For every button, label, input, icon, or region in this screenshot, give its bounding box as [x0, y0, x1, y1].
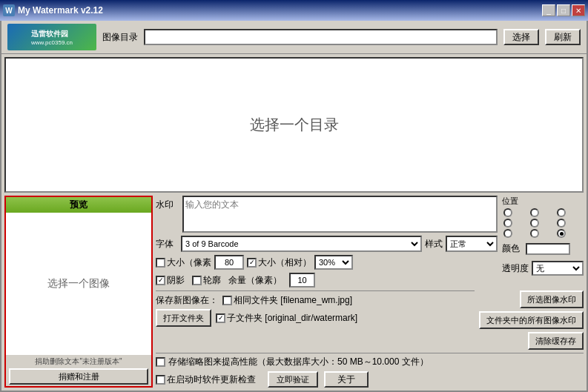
save-section: 保存新图像在： 相同文件夹 [filename_wm.jpg] 打开文件夹	[156, 290, 475, 327]
maximize-button[interactable]: □	[557, 4, 570, 16]
app-icon: W	[3, 4, 15, 16]
action-buttons: 所选图像水印 文件夹中的所有图像水印 清除缓存存	[479, 290, 584, 350]
save-left: 保存新图像在： 相同文件夹 [filename_wm.jpg] 打开文件夹	[156, 290, 475, 327]
font-row: 字体 3 of 9 Barcode 样式 正常	[156, 236, 498, 252]
pos-radio-1-1[interactable]	[530, 219, 539, 227]
rel-size-checkbox[interactable]	[247, 258, 257, 268]
position-label: 位置	[502, 196, 518, 205]
save-row-top: 保存新图像在： 相同文件夹 [filename_wm.jpg]	[156, 294, 475, 307]
pos-radio-2-0[interactable]	[503, 229, 512, 238]
save-row-bottom: 打开文件夹 子文件夹 [original_dir/watermark]	[156, 309, 475, 327]
select-button[interactable]: 选择	[503, 29, 539, 45]
settings-and-position: 水印 字体 3 of 9 Barcode 样式 正常	[156, 196, 584, 288]
content-area: 选择一个目录 预览 选择一个图像 捐助删除文本"未注册版本" 捐赠和注册	[1, 54, 587, 391]
clear-cache-button[interactable]: 清除缓存存	[528, 332, 584, 350]
preview-footer: 捐助删除文本"未注册版本" 捐赠和注册	[6, 355, 151, 386]
subfolder-checkbox[interactable]	[216, 313, 225, 323]
refresh-button[interactable]: 刷新	[545, 29, 581, 45]
preview-content: 选择一个图像	[6, 213, 151, 355]
position-grid	[502, 207, 584, 239]
watermark-row: 水印	[156, 196, 498, 233]
shadow-checkbox[interactable]	[156, 276, 165, 285]
minimize-button[interactable]: _	[542, 4, 555, 16]
trans-select[interactable]: 无	[532, 261, 584, 276]
validate-button[interactable]: 立即验证	[268, 371, 318, 388]
same-folder-checkbox[interactable]	[222, 296, 232, 305]
cache-label: 存储缩略图来提高性能（最大数据库大小：50 MB～10.000 文件）	[168, 356, 429, 368]
logo: 迅雷软件园 www.pc0359.cn	[7, 24, 96, 50]
pos-radio-0-1[interactable]	[530, 208, 539, 217]
pos-radio-1-0[interactable]	[503, 219, 512, 227]
preview-footer-text: 捐助删除文本"未注册版本"	[9, 356, 148, 367]
rel-size-select[interactable]: 30%	[314, 255, 353, 270]
bottom-options: 存储缩略图来提高性能（最大数据库大小：50 MB～10.000 文件） 在启动时…	[156, 353, 584, 388]
bottom-section: 预览 选择一个图像 捐助删除文本"未注册版本" 捐赠和注册 水印	[4, 196, 584, 388]
preview-header: 预览	[6, 197, 151, 213]
cache-option-row: 存储缩略图来提高性能（最大数据库大小：50 MB～10.000 文件）	[156, 356, 584, 368]
color-box[interactable]	[526, 243, 570, 255]
px-size-label: 大小（像素	[167, 256, 211, 269]
font-label: 字体	[156, 238, 178, 250]
preview-text: 选择一个图像	[47, 277, 110, 290]
select-dir-text: 选择一个目录	[250, 115, 339, 135]
shadow-row: 阴影 轮廓 余量（像素）	[156, 273, 498, 288]
cache-checkbox[interactable]	[156, 357, 165, 367]
pos-radio-0-2[interactable]	[557, 208, 566, 217]
main-window: 迅雷软件园 www.pc0359.cn 图像目录 选择 刷新 选择一个目录 预览…	[0, 21, 588, 392]
preview-panel: 预览 选择一个图像 捐助删除文本"未注册版本" 捐赠和注册	[4, 196, 153, 388]
save-label: 保存新图像在：	[156, 294, 218, 307]
close-button[interactable]: ✕	[572, 4, 585, 16]
update-checkbox[interactable]	[156, 375, 165, 385]
window-controls: _ □ ✕	[542, 4, 585, 16]
px-size-checkbox[interactable]	[156, 258, 165, 268]
logo-line2: www.pc0359.cn	[31, 39, 73, 46]
save-and-buttons: 保存新图像在： 相同文件夹 [filename_wm.jpg] 打开文件夹	[156, 290, 584, 350]
pos-radio-2-1[interactable]	[530, 229, 539, 238]
top-bar: 迅雷软件园 www.pc0359.cn 图像目录 选择 刷新	[1, 21, 587, 54]
contour-label: 轮廓	[203, 274, 221, 287]
all-watermark-button[interactable]: 文件夹中的所有图像水印	[479, 311, 584, 329]
pos-radio-1-2[interactable]	[557, 219, 566, 227]
selected-watermark-button[interactable]: 所选图像水印	[520, 290, 584, 308]
dir-label: 图像目录	[102, 31, 138, 44]
remain-label: 余量（像素）	[228, 274, 282, 287]
settings-left: 水印 字体 3 of 9 Barcode 样式 正常	[156, 196, 498, 288]
logo-line1: 迅雷软件园	[31, 29, 73, 39]
transparency-row: 透明度 无	[502, 261, 584, 276]
style-label: 样式	[425, 238, 443, 250]
position-section: 位置	[502, 196, 584, 239]
title-bar: W My Watermark v2.12 _ □ ✕	[0, 0, 588, 21]
contour-checkbox[interactable]	[192, 276, 202, 285]
dir-input[interactable]	[144, 29, 498, 45]
donate-button[interactable]: 捐赠和注册	[9, 368, 148, 385]
settings-right: 位置	[502, 196, 584, 288]
style-select[interactable]: 正常	[446, 236, 498, 252]
pos-radio-0-0[interactable]	[503, 208, 512, 217]
rel-size-label: 大小（相对）	[258, 256, 311, 269]
watermark-input[interactable]	[182, 196, 498, 233]
update-label: 在启动时软件更新检查	[167, 373, 256, 386]
remain-input[interactable]	[289, 273, 315, 288]
font-select[interactable]: 3 of 9 Barcode	[181, 236, 422, 252]
about-button[interactable]: 关于	[324, 371, 369, 388]
open-folder-button[interactable]: 打开文件夹	[156, 309, 211, 327]
main-right: 水印 字体 3 of 9 Barcode 样式 正常	[156, 196, 584, 388]
px-size-input[interactable]	[214, 255, 244, 270]
window-title: My Watermark v2.12	[18, 5, 103, 16]
subfolder-label: 子文件夹 [original_dir/watermark]	[227, 312, 357, 325]
same-folder-label: 相同文件夹 [filename_wm.jpg]	[234, 294, 352, 307]
size-row: 大小（像素 大小（相对） 30%	[156, 255, 498, 270]
watermark-label: 水印	[156, 196, 178, 211]
image-top-area: 选择一个目录	[4, 57, 584, 193]
bottom-final: 在启动时软件更新检查 立即验证 关于	[156, 370, 584, 388]
color-row: 颜色	[502, 242, 584, 255]
pos-radio-2-2[interactable]	[557, 229, 566, 238]
color-label: 颜色	[502, 242, 520, 255]
shadow-label: 阴影	[167, 274, 185, 287]
trans-label: 透明度	[502, 262, 529, 275]
